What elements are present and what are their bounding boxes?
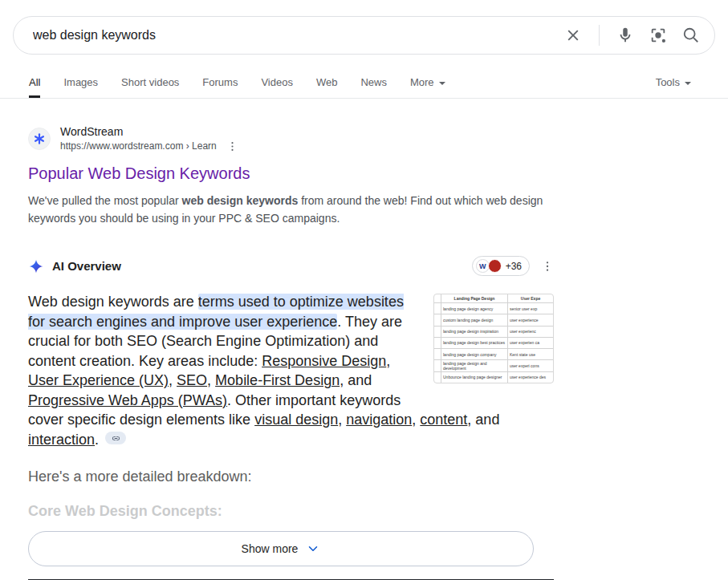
tab-label: Web [316,76,338,88]
thumbnail-cell: landing page design best practices [441,338,508,348]
thumbnail-row: custom landing page designuser experienc… [434,314,553,326]
ai-inline-link[interactable]: visual design [254,412,338,428]
ai-thumbnail-image[interactable]: Landing Page DesignUser Expelanding page… [433,294,554,383]
citation-link-icon[interactable] [105,432,126,444]
thumbnail-cell: User Expe [508,294,553,302]
thumbnail-row: landing page design inspirationuser expe… [434,327,553,338]
sparkle-icon [28,258,44,274]
results-tabs-bar: AllImagesShort videosForumsVideosWebNews… [0,76,728,99]
site-name: WordStream [60,124,238,140]
ai-inline-link[interactable]: Mobile-First Design [215,372,340,388]
thumbnail-row: landing page design agencysenior user ex… [434,303,553,314]
tab-label: News [360,76,387,88]
ai-inline-link[interactable]: navigation [346,412,412,428]
microphone-icon[interactable] [615,25,636,46]
ai-overview-body: Landing Page DesignUser Expelanding page… [28,292,554,449]
tab-label: More [410,76,434,88]
result-title-link[interactable]: Popular Web Design Keywords [28,163,250,184]
thumbnail-cell: landing page design and development [441,360,508,371]
ai-overview-label: AI Overview [52,259,121,273]
thumbnail-cell: landing page design agency [441,303,508,314]
search-result: WordStream https://www.wordstream.com › … [28,124,554,227]
tab-more[interactable]: More [410,76,445,98]
show-more-button[interactable]: Show more [28,531,534,566]
breadcrumb: https://www.wordstream.com › Learn [60,140,238,153]
chevron-down-icon [439,82,445,85]
search-bar[interactable] [13,16,715,55]
google-search-results-page: AllImagesShort videosForumsVideosWebNews… [0,16,728,580]
chevron-down-icon [685,82,691,85]
tools-label: Tools [656,76,680,88]
searchbar-divider [599,25,600,46]
thumbnail-cell: user experience des [508,372,553,383]
sources-pill[interactable]: W +36 [472,256,530,276]
thumbnail-gutter-cell [434,372,441,383]
snippet-text: We've pulled the most popular [28,194,182,207]
ai-inline-link[interactable]: SEO [177,372,207,388]
thumbnail-row: landing page design and developmentuser … [434,360,553,371]
ai-text-run: , [412,412,420,428]
ai-inline-link[interactable]: interaction [28,432,95,448]
faded-section-heading: Core Web Design Concepts: [28,503,554,520]
tab-label: Short videos [121,76,179,88]
tab-label: Videos [261,76,293,88]
thumbnail-cell: user experi cons [508,360,553,371]
result-snippet: We've pulled the most popular web design… [28,192,548,227]
search-icon[interactable] [681,25,702,46]
tools-button[interactable]: Tools [656,76,691,98]
tab-label: Forums [202,76,238,88]
thumbnail-gutter-cell [434,314,441,325]
ai-overview-section: AI Overview W +36 Landing Page DesignUse… [28,256,554,566]
ai-text-run: , [169,372,177,388]
result-more-options-icon[interactable] [226,140,238,152]
ai-inline-link[interactable]: Responsive Design [262,353,386,369]
tab-news[interactable]: News [360,76,387,98]
thumbnail-cell: Unbounce landing page designer [441,372,508,383]
thumbnail-cell: user experienc [508,327,553,337]
search-input[interactable] [31,27,563,43]
tab-videos[interactable]: Videos [261,76,293,98]
result-site-link[interactable]: WordStream https://www.wordstream.com › … [28,124,554,153]
thumbnail-gutter-cell [434,294,441,302]
ai-overview-text: Web design keywords are terms used to op… [28,294,499,448]
ai-text-run: , and [340,372,372,388]
tab-all[interactable]: All [29,76,40,98]
tab-forums[interactable]: Forums [202,76,238,98]
ai-text-run: , [386,353,390,369]
ai-text-run: . [95,432,103,448]
thumbnail-gutter-cell [434,303,441,314]
source-favicon-icon [488,259,502,273]
ai-text-run: , and [467,412,499,428]
show-more-label: Show more [242,542,299,555]
thumbnail-row: Unbounce landing page designeruser exper… [434,372,553,383]
ai-overview-header: AI Overview W +36 [28,256,554,276]
thumbnail-cell: custom landing page design [441,314,508,325]
tab-short-videos[interactable]: Short videos [121,76,179,98]
tabs-list: AllImagesShort videosForumsVideosWebNews… [29,76,445,98]
thumbnail-row: landing page design best practicesuser e… [434,338,553,349]
ai-inline-link[interactable]: content [420,412,467,428]
snippet-bold-term: web design keywords [182,194,299,207]
breakdown-intro: Here's a more detailed breakdown: [28,468,554,485]
thumbnail-gutter-cell [434,360,441,371]
tab-label: Images [63,76,98,88]
ai-inline-link[interactable]: Progressive Web Apps (PWAs) [28,392,227,408]
thumbnail-header-row: Landing Page DesignUser Expe [434,294,553,303]
ai-more-options-icon[interactable] [541,260,554,273]
ai-inline-link[interactable]: User Experience (UX) [28,372,169,388]
ai-text-run: Web design keywords are [28,294,198,310]
ai-text-run: , [338,412,346,428]
thumbnail-cell: landing page design company [441,349,508,359]
thumbnail-cell: Landing Page Design [441,294,508,302]
thumbnail-gutter-cell [434,338,441,348]
tab-web[interactable]: Web [316,76,338,98]
thumbnail-row: landing page design companyKent state us… [434,349,553,360]
thumbnail-gutter-cell [434,349,441,359]
wordstream-favicon-icon [28,128,51,150]
lens-camera-icon[interactable] [648,25,669,46]
clear-icon[interactable] [563,25,584,46]
sources-count-badge: +36 [506,261,522,272]
thumbnail-cell: user experience [508,314,553,325]
tab-images[interactable]: Images [63,76,98,98]
site-url-text: https://www.wordstream.com › Learn [60,140,217,153]
